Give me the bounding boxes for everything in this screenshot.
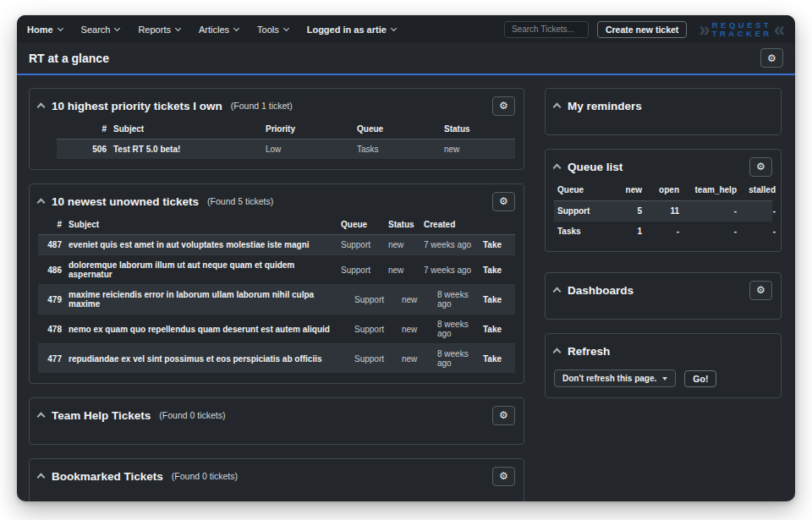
take-link[interactable]: Take [483, 240, 512, 249]
ticket-subject-link[interactable]: maxime reiciendis error in laborum ullam… [69, 290, 348, 309]
nav-right-group: Create new ticket » REQUEST TRACKER « [504, 21, 785, 38]
collapse-caret-icon[interactable] [37, 103, 46, 112]
panel-settings-gear-button[interactable]: ⚙ [492, 406, 515, 425]
col-header-queue: Queue [341, 220, 381, 229]
logo-line2: TRACKER [712, 30, 772, 38]
table-row: 479 maxime reiciendis error in laborum u… [38, 284, 515, 314]
ticket-subject-link[interactable]: doloremque laborum illum ut aut neque qu… [69, 260, 334, 279]
nav-item-label: Reports [138, 25, 171, 35]
panel-title: Dashboards [568, 284, 634, 297]
create-new-ticket-button[interactable]: Create new ticket [597, 21, 687, 38]
collapse-caret-icon[interactable] [553, 103, 562, 112]
collapse-caret-icon[interactable] [37, 413, 46, 421]
collapse-caret-icon[interactable] [553, 348, 562, 357]
gear-icon: ⚙ [756, 284, 765, 296]
gear-icon: ⚙ [767, 52, 776, 64]
panel-settings-gear-button[interactable]: ⚙ [492, 467, 515, 486]
right-column: My reminders Queue list ⚙ Queue new [545, 88, 782, 412]
ticket-created: 8 weeks ago [437, 320, 476, 338]
collapse-caret-icon[interactable] [37, 473, 46, 482]
page-settings-gear-button[interactable]: ⚙ [760, 48, 783, 68]
collapse-caret-icon[interactable] [553, 164, 562, 172]
panel-settings-gear-button[interactable]: ⚙ [749, 157, 772, 177]
nav-item-reports[interactable]: Reports [138, 25, 180, 35]
take-link[interactable]: Take [483, 354, 512, 364]
col-header-status: Status [388, 220, 417, 229]
ticket-id-link[interactable]: 506 [60, 145, 107, 154]
col-header-created: Created [424, 220, 476, 229]
col-header-id: # [60, 124, 107, 134]
panel-title: 10 newest unowned tickets [52, 195, 199, 208]
ticket-subject-link[interactable]: eveniet quis est amet in aut voluptates … [69, 240, 334, 249]
table-row: 477 repudiandae ex vel sint possimus et … [38, 343, 515, 373]
table-row: 506 Test RT 5.0 beta! Low Tasks new [57, 139, 515, 159]
queue-new-count[interactable]: 1 [613, 227, 642, 236]
nav-item-articles[interactable]: Articles [199, 25, 239, 35]
left-column: 10 highest priority tickets I own (Found… [29, 88, 524, 501]
nav-item-logged-in-user[interactable]: Logged in as artie [307, 25, 396, 35]
queue-team-help-count: - [679, 227, 737, 236]
nav-item-label: Search [81, 25, 111, 35]
gear-icon: ⚙ [499, 100, 508, 112]
col-header-subject: Subject [113, 124, 259, 134]
col-header-open: open [642, 185, 679, 194]
nav-item-tools[interactable]: Tools [257, 25, 288, 35]
queue-name-link[interactable]: Tasks [557, 227, 613, 236]
refresh-interval-select[interactable]: Don't refresh this page. [554, 369, 676, 387]
search-tickets-input[interactable] [504, 21, 589, 38]
col-header-team-help: team_help [679, 185, 737, 194]
ticket-id-link[interactable]: 477 [41, 354, 62, 364]
collapse-caret-icon[interactable] [37, 199, 46, 207]
ticket-id-link[interactable]: 486 [41, 265, 62, 275]
gear-icon: ⚙ [756, 161, 765, 172]
ticket-id-link[interactable]: 487 [41, 240, 62, 249]
col-header-queue: Queue [557, 185, 613, 194]
logo-wordmark: REQUEST TRACKER [712, 21, 772, 38]
take-link[interactable]: Take [483, 265, 512, 275]
request-tracker-logo[interactable]: » REQUEST TRACKER « [699, 21, 785, 38]
col-header-priority: Priority [266, 124, 350, 134]
chevron-down-icon [283, 25, 289, 30]
take-link[interactable]: Take [483, 325, 512, 334]
ticket-subject-link[interactable]: repudiandae ex vel sint possimus et eos … [69, 354, 348, 364]
ticket-status: new [402, 295, 431, 304]
logo-right-chevrons-icon: « [774, 21, 785, 38]
queue-new-count[interactable]: 5 [613, 206, 642, 216]
take-link[interactable]: Take [483, 295, 512, 304]
gear-icon: ⚙ [499, 409, 508, 421]
ticket-id-link[interactable]: 479 [41, 295, 62, 304]
nav-item-home[interactable]: Home [27, 25, 63, 35]
ticket-priority: Low [266, 145, 350, 154]
table-header-row: # Subject Queue Status Created [38, 216, 515, 234]
panel-newest-unowned-tickets: 10 newest unowned tickets (Found 5 ticke… [29, 183, 524, 384]
ticket-queue: Support [354, 354, 395, 364]
ticket-status: new [388, 265, 417, 275]
chevron-down-icon [391, 25, 397, 30]
refresh-controls: Don't refresh this page. Go! [554, 369, 772, 387]
select-dropdown-arrow-icon [662, 377, 667, 380]
queue-open-count[interactable]: 11 [642, 206, 679, 216]
empty-panel-body [38, 425, 515, 434]
ticket-status: new [388, 240, 417, 249]
panel-header: 10 highest priority tickets I own (Found… [38, 96, 515, 116]
empty-panel-body [554, 116, 772, 124]
col-header-queue: Queue [357, 124, 437, 134]
panel-title: Bookmarked Tickets [52, 470, 163, 483]
panel-settings-gear-button[interactable]: ⚙ [492, 192, 515, 211]
queue-list-table: Queue new open team_help stalled Support… [554, 183, 772, 241]
empty-panel-body [554, 300, 772, 309]
panel-count: (Found 0 tickets) [159, 410, 225, 420]
panel-settings-gear-button[interactable]: ⚙ [749, 281, 772, 300]
queue-name-link[interactable]: Support [557, 206, 613, 216]
nav-item-search[interactable]: Search [81, 25, 120, 35]
panel-settings-gear-button[interactable]: ⚙ [492, 96, 515, 116]
ticket-id-link[interactable]: 478 [41, 325, 62, 334]
ticket-created: 7 weeks ago [424, 240, 476, 249]
panel-my-reminders: My reminders [545, 88, 782, 135]
collapse-caret-icon[interactable] [553, 287, 562, 296]
ticket-subject-link[interactable]: Test RT 5.0 beta! [113, 145, 259, 154]
refresh-go-button[interactable]: Go! [684, 370, 716, 387]
chevron-down-icon [58, 25, 63, 30]
ticket-subject-link[interactable]: nemo ex quam quo repellendus quam deseru… [69, 325, 348, 334]
newest-unowned-table: # Subject Queue Status Created 487 eveni… [38, 216, 515, 373]
